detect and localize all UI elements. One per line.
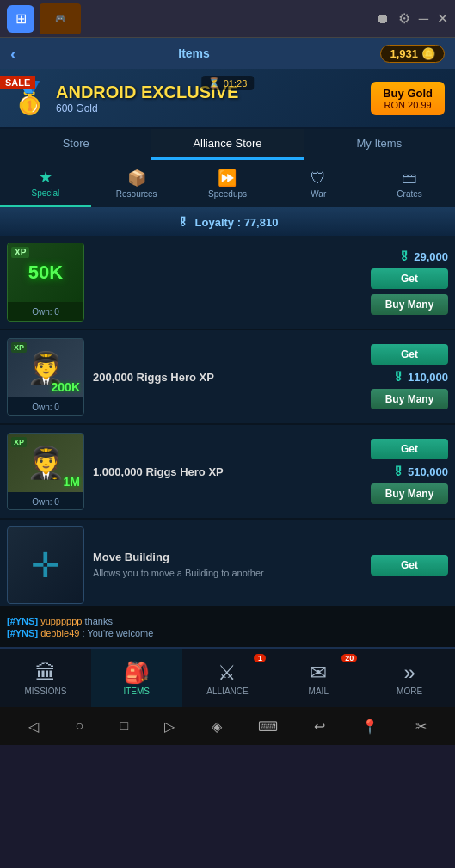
move-building-get-button[interactable]: Get [371, 555, 448, 576]
xp50k-top: XP 50K [8, 243, 83, 302]
xp1m-hero-bg: XP 🧑‍✈️ 1M [8, 434, 83, 492]
alliance-icon: ⚔ [218, 661, 237, 685]
nav-more[interactable]: » MORE [364, 649, 455, 707]
xp50k-buy-many-button[interactable]: Buy Many [371, 294, 448, 315]
nav-alliance[interactable]: 1 ⚔ ALLIANCE [182, 649, 274, 707]
loyalty-bar: 🎖 Loyalty : 77,810 [0, 208, 455, 236]
game-icon: 🎮 [40, 3, 81, 34]
bottom-nav: 🏛 MISSIONS 🎒 ITEMS 1 ⚔ ALLIANCE 20 ✉ MAI… [0, 647, 455, 707]
nav-items[interactable]: 🎒 ITEMS [91, 649, 182, 707]
gold-display: 1,931 🪙 [380, 45, 445, 63]
xp1m-name: 1,000,000 Riggs Hero XP [93, 465, 349, 478]
recents-sys-btn[interactable]: □ [120, 718, 128, 734]
resources-icon: 📦 [127, 169, 146, 188]
xp1m-details: 1,000,000 Riggs Hero XP [93, 465, 349, 478]
close-icon[interactable]: ✕ [437, 10, 448, 27]
cat-special-label: Special [31, 188, 59, 198]
xp200k-price-value: 110,000 [408, 371, 448, 384]
chat-msg-2: : You're welcome [82, 628, 153, 638]
xp200k-price: 🎖 110,000 [392, 370, 448, 384]
xp1m-buy-many-button[interactable]: Buy Many [371, 483, 448, 504]
store-list: XP 50K Own: 0 🎖 29,000 Get Buy Many XP 🧑… [0, 236, 455, 606]
cat-special[interactable]: ★ Special [0, 160, 91, 207]
tab-alliance-store[interactable]: Alliance Store [151, 129, 303, 160]
items-icon: 🎒 [124, 661, 150, 685]
xp200k-buy-many-button[interactable]: Buy Many [371, 389, 448, 409]
timer-icon: ⏳ [208, 77, 220, 89]
category-row: ★ Special 📦 Resources ⏩ Speedups 🛡 War 🗃… [0, 160, 455, 208]
move-building-image: ✛ [7, 526, 84, 604]
system-bar: ◁ ○ □ ▷ ◈ ⌨ ↩ 📍 ✂ [0, 707, 455, 745]
title-bar-left: ⊞ 🎮 [7, 3, 81, 34]
move-building-actions: Get [358, 555, 448, 576]
xp200k-actions: Get 🎖 110,000 Buy Many [358, 344, 448, 409]
loyalty-coin-icon-2: 🎖 [392, 370, 404, 384]
xp200k-value: 200K [52, 380, 80, 394]
record-icon[interactable]: ⏺ [376, 11, 390, 27]
move-building-details: Move Building Allows you to move a Build… [93, 551, 349, 579]
cat-war[interactable]: 🛡 War [273, 160, 364, 207]
xp50k-get-button[interactable]: Get [371, 268, 448, 289]
tab-store[interactable]: Store [0, 129, 151, 160]
war-icon: 🛡 [311, 169, 326, 188]
loyalty-coin-icon-3: 🎖 [392, 465, 404, 478]
xp1m-image: XP 🧑‍✈️ 1M Own: 0 [7, 433, 84, 510]
loyalty-icon: 🎖 [177, 216, 188, 229]
xp1m-get-button[interactable]: Get [371, 439, 448, 459]
cat-resources[interactable]: 📦 Resources [91, 160, 182, 207]
cat-speedups[interactable]: ⏩ Speedups [182, 160, 274, 207]
store-item-xp200k: XP 🧑‍✈️ 200K Own: 0 200,000 Riggs Hero X… [0, 330, 455, 425]
buy-gold-button[interactable]: Buy Gold RON 20.99 [371, 82, 445, 115]
cat-war-label: War [311, 189, 326, 199]
chat-line-1: [#YNS] yupppppp thanks [7, 616, 448, 626]
speedups-icon: ⏩ [218, 169, 237, 188]
xp200k-image: XP 🧑‍✈️ 200K Own: 0 [7, 338, 84, 416]
alliance-badge: 1 [254, 654, 266, 662]
xp200k-name: 200,000 Riggs Hero XP [93, 371, 349, 384]
xp1m-badge: XP [11, 437, 27, 447]
rotate-sys-btn[interactable]: ↩ [314, 718, 325, 735]
nav-missions[interactable]: 🏛 MISSIONS [0, 649, 91, 707]
missions-label: MISSIONS [24, 686, 66, 696]
xp50k-badge: XP [11, 247, 29, 258]
gold-amount: 1,931 [390, 47, 418, 60]
back-sys-btn[interactable]: ◁ [28, 718, 39, 735]
settings-icon[interactable]: ⚙ [398, 10, 410, 27]
xp50k-actions: 🎖 29,000 Get Buy Many [358, 249, 448, 315]
title-bar-right: ⏺ ⚙ ─ ✕ [376, 10, 448, 27]
tab-my-items[interactable]: My Items [304, 129, 455, 160]
loyalty-value: Loyalty : 77,810 [195, 216, 279, 229]
title-bar: ⊞ 🎮 ⏺ ⚙ ─ ✕ [0, 0, 455, 38]
nav-mail[interactable]: 20 ✉ MAIL [273, 649, 364, 707]
home-sys-btn[interactable]: ○ [75, 718, 83, 734]
minimize-icon[interactable]: ─ [419, 11, 428, 27]
xp50k-own: Own: 0 [8, 302, 83, 321]
alliance-label: ALLIANCE [206, 686, 248, 696]
tabs-row: Store Alliance Store My Items [0, 129, 455, 160]
xp200k-badge: XP [11, 342, 27, 353]
xp1m-value: 1M [64, 475, 80, 489]
xp1m-price: 🎖 510,000 [392, 465, 448, 478]
keyboard-sys-btn[interactable]: ⌨ [258, 718, 278, 735]
xp1m-own: Own: 0 [8, 492, 83, 510]
sale-subtitle: 600 Gold [56, 102, 238, 114]
cat-crates[interactable]: 🗃 Crates [364, 160, 455, 207]
cat-speedups-label: Speedups [208, 189, 247, 199]
items-label: ITEMS [123, 686, 150, 696]
crates-icon: 🗃 [402, 169, 417, 188]
move-building-icon: ✛ [31, 545, 60, 585]
scissors-sys-btn[interactable]: ✂ [415, 718, 427, 735]
sale-badge: SALE [0, 76, 35, 89]
location-sys-btn[interactable]: 📍 [361, 718, 378, 735]
store-item-xp50k: XP 50K Own: 0 🎖 29,000 Get Buy Many [0, 236, 455, 330]
missions-icon: 🏛 [35, 661, 56, 685]
xp200k-get-button[interactable]: Get [371, 344, 448, 365]
mail-label: MAIL [309, 686, 329, 696]
nav-title: Items [8, 46, 381, 60]
cursor-sys-btn[interactable]: ◈ [212, 718, 222, 735]
chat-name-2: debbie49 [40, 628, 79, 638]
forward-sys-btn[interactable]: ▷ [164, 718, 175, 735]
chat-name-1: yupppppp [40, 616, 82, 626]
more-icon: » [403, 661, 415, 685]
timer-value: 01:23 [224, 78, 248, 89]
